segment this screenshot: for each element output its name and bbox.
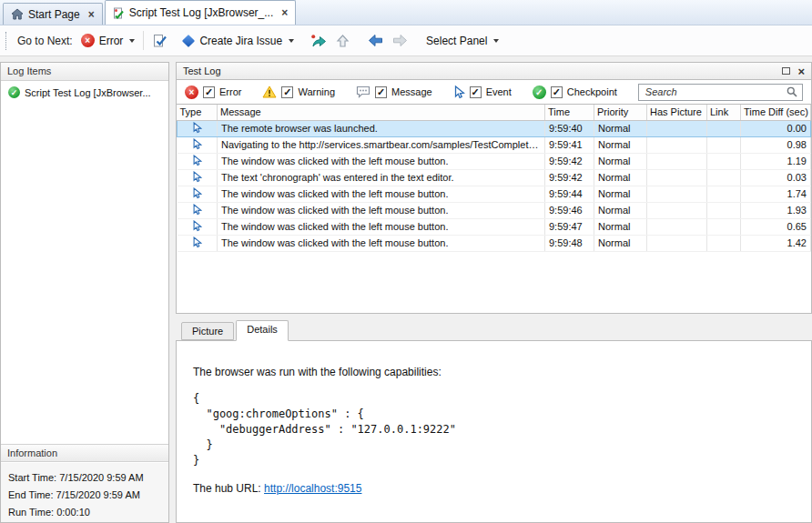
column-header-link[interactable]: Link [707,105,741,120]
log-tree-item-label: Script Test Log [JxBrowser... [25,87,151,98]
tab-picture[interactable]: Picture [181,322,234,340]
search-input[interactable] [644,85,787,98]
column-header-message[interactable]: Message [218,105,545,120]
column-header-time[interactable]: Time [545,105,594,120]
warning-icon [262,85,277,98]
table-row[interactable]: The window was clicked with the left mou… [178,153,811,169]
column-header-type[interactable]: Type [178,105,218,120]
tab-start-page[interactable]: Start Page × [3,3,103,25]
log-type-cell [178,235,218,251]
select-log-items-button[interactable] [147,31,172,51]
tab-script-test-log[interactable]: Script Test Log [JxBrowser_... × [105,0,297,25]
error-checkbox[interactable] [203,86,215,98]
app-window: Start Page × Script Test Log [JxBrowser_… [0,0,812,523]
table-row[interactable]: The window was clicked with the left mou… [178,186,811,202]
close-icon[interactable]: × [797,65,805,77]
log-message-cell: The text 'chronograph' was entered in th… [218,169,545,186]
log-priority-cell: Normal [594,235,647,251]
event-cursor-icon [453,85,465,99]
table-row[interactable]: The window was clicked with the left mou… [178,218,811,235]
log-has-picture-cell [647,153,707,169]
table-row[interactable]: The window was clicked with the left mou… [178,202,811,218]
tab-label: Start Page [28,8,80,21]
test-log-panel: Test Log × × Error Warning [176,62,812,523]
message-checkbox[interactable] [375,86,387,98]
log-type-cell [178,186,218,202]
log-items-header: Log Items [1,63,168,81]
log-priority-cell: Normal [594,202,647,218]
checkpoint-checkbox[interactable] [551,86,563,98]
go-to-next-error-button[interactable]: × Error [76,31,140,50]
log-link-cell [707,235,741,251]
log-type-cell [178,136,218,153]
filter-label: Error [219,86,241,97]
log-time-cell: 9:59:44 [545,186,594,202]
log-priority-cell: Normal [594,136,647,153]
column-header-has-picture[interactable]: Has Picture [647,105,707,120]
log-time-cell: 9:59:42 [545,169,594,186]
filter-checkpoint[interactable]: ✓ Checkpoint [533,85,617,99]
hub-url-line: The hub URL: http://localhost:9515 [193,482,802,495]
hub-url-link[interactable]: http://localhost:9515 [264,482,361,495]
share-log-button[interactable] [306,31,331,51]
log-message-cell: The remote browser was launched. [218,120,545,136]
log-time-diff-cell: 0.65 [741,218,811,235]
log-has-picture-cell [647,218,707,235]
log-type-cell [178,169,218,186]
log-time-cell: 9:59:41 [545,136,594,153]
next-item-button[interactable] [388,31,412,50]
error-icon: × [185,85,198,99]
log-type-cell [178,218,218,235]
log-priority-cell: Normal [594,169,647,186]
jira-icon [182,34,195,46]
table-header-row: Type Message Time Priority Has Picture L… [178,105,811,120]
log-type-cell [178,202,218,218]
toolbar-grip[interactable] [5,32,9,50]
table-row[interactable]: The text 'chronograph' was entered in th… [178,169,811,186]
table-row[interactable]: The window was clicked with the left mou… [178,235,811,251]
log-tree-item[interactable]: ✓ Script Test Log [JxBrowser... [1,81,168,102]
filter-message[interactable]: Message [356,85,432,98]
float-panel-icon[interactable] [782,67,790,75]
event-checkbox[interactable] [470,86,482,98]
chevron-down-icon [129,39,135,43]
filter-event[interactable]: Event [453,85,512,99]
log-message-cell: The window was clicked with the left mou… [218,202,545,218]
log-time-diff-cell: 1.93 [741,202,811,218]
column-header-priority[interactable]: Priority [594,105,647,120]
column-header-time-diff[interactable]: Time Diff (sec) [741,105,811,120]
log-has-picture-cell [647,169,707,186]
log-has-picture-cell [647,235,707,251]
event-cursor-icon [192,155,202,166]
event-cursor-icon [192,204,202,216]
previous-item-button[interactable] [363,31,388,50]
close-icon[interactable]: × [281,7,288,18]
log-message-cell: The window was clicked with the left mou… [218,186,545,202]
table-row[interactable]: The remote browser was launched. 9:59:40… [178,120,811,136]
log-time-diff-cell: 0.98 [741,136,811,153]
log-time-diff-cell: 1.74 [741,186,811,202]
end-time-text: End Time: 7/15/2020 9:59 AM [8,487,161,504]
log-table: Type Message Time Priority Has Picture L… [177,105,811,252]
log-message-cell: The window was clicked with the left mou… [218,218,545,235]
log-items-panel: Log Items ✓ Script Test Log [JxBrowser..… [0,62,169,523]
table-row[interactable]: Navigating to the http://services.smartb… [178,136,811,153]
search-icon[interactable] [787,86,797,97]
up-one-level-button[interactable] [331,31,354,51]
create-jira-issue-button[interactable]: Create Jira Issue [178,32,299,50]
log-has-picture-cell [647,186,707,202]
close-icon[interactable]: × [88,9,95,20]
message-bubble-icon [356,85,370,98]
select-panel-button[interactable]: Select Panel [421,32,503,50]
event-cursor-icon [192,236,202,248]
filter-error[interactable]: × Error [185,85,241,99]
run-time-text: Run Time: 0:00:10 [8,504,161,521]
log-link-cell [707,218,741,235]
log-link-cell [707,120,741,136]
capabilities-code: { "goog:chromeOptions" : { "debuggerAddr… [193,391,802,468]
warning-checkbox[interactable] [281,86,293,98]
filter-warning[interactable]: Warning [262,85,335,98]
start-time-text: Start Time: 7/15/2020 9:59 AM [8,469,161,487]
filter-label: Checkpoint [567,86,617,97]
tab-details[interactable]: Details [236,320,289,341]
